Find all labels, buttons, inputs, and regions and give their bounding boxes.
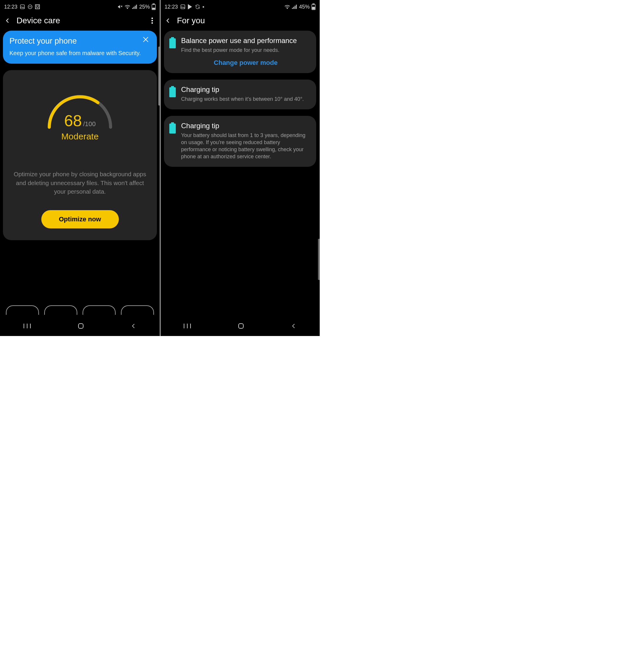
back-button[interactable] xyxy=(164,17,172,24)
scrollbar[interactable] xyxy=(318,239,320,280)
svg-rect-28 xyxy=(296,5,297,9)
dot-icon xyxy=(203,6,204,8)
svg-rect-7 xyxy=(133,7,134,9)
nav-bar xyxy=(160,316,320,336)
score-value: 68 xyxy=(64,111,82,130)
u-icon: U xyxy=(35,4,40,9)
home-button[interactable] xyxy=(77,323,84,329)
screen-device-care: 12:23 U 25% Device care Protect your pho… xyxy=(0,0,160,336)
app-header: Device care xyxy=(0,12,160,31)
wifi-icon xyxy=(284,4,290,9)
app-header: For you xyxy=(160,12,320,31)
score-max: /100 xyxy=(83,120,96,128)
battery-icon xyxy=(151,3,156,10)
svg-rect-27 xyxy=(295,5,295,9)
svg-point-14 xyxy=(151,20,153,21)
svg-point-13 xyxy=(151,18,153,19)
page-title: For you xyxy=(177,16,316,25)
tab-battery[interactable] xyxy=(6,305,39,315)
svg-rect-11 xyxy=(153,3,155,4)
signal-icon xyxy=(132,4,137,9)
svg-rect-12 xyxy=(152,8,155,9)
status-bar: 12:23 45% xyxy=(160,0,320,12)
tab-memory[interactable] xyxy=(83,305,116,315)
battery-icon xyxy=(311,3,316,10)
nav-back-button[interactable] xyxy=(131,323,136,329)
dnd-icon xyxy=(27,4,33,10)
svg-rect-8 xyxy=(135,5,136,9)
svg-point-15 xyxy=(151,23,153,24)
wifi-icon xyxy=(125,4,130,9)
svg-rect-30 xyxy=(312,3,315,4)
svg-rect-6 xyxy=(132,8,133,9)
tip-title: Charging tip xyxy=(181,122,310,130)
svg-rect-35 xyxy=(238,324,243,328)
tip-card-power-mode[interactable]: Balance power use and performance Find t… xyxy=(164,31,316,73)
status-time: 12:23 xyxy=(4,4,17,10)
svg-rect-9 xyxy=(136,5,137,9)
svg-rect-0 xyxy=(20,5,25,9)
svg-point-5 xyxy=(127,8,128,9)
recents-button[interactable] xyxy=(184,323,191,329)
tip-desc: Your battery should last from 1 to 3 yea… xyxy=(181,132,310,160)
score-description: Optimize your phone by closing backgroun… xyxy=(10,170,150,196)
bottom-tabs xyxy=(0,305,160,315)
tip-desc: Find the best power mode for your needs. xyxy=(181,47,310,54)
battery-tip-icon xyxy=(169,87,176,97)
protect-title: Protect your phone xyxy=(10,36,150,46)
tip-desc: Charging works best when it's between 10… xyxy=(181,95,310,103)
nav-bar xyxy=(0,316,160,336)
back-button[interactable] xyxy=(4,17,11,24)
svg-marker-23 xyxy=(188,4,192,10)
tip-title: Balance power use and performance xyxy=(181,36,310,45)
svg-rect-21 xyxy=(78,324,83,328)
score-label: Moderate xyxy=(10,132,150,141)
tab-security[interactable] xyxy=(121,305,154,315)
tip-card-battery-life[interactable]: Charging tip Your battery should last fr… xyxy=(164,116,316,167)
battery-tip-icon xyxy=(169,38,176,48)
protect-card[interactable]: Protect your phone Keep your phone safe … xyxy=(3,31,157,64)
tab-storage[interactable] xyxy=(44,305,77,315)
svg-rect-22 xyxy=(181,5,185,9)
status-bar: 12:23 U 25% xyxy=(0,0,160,12)
status-battery-pct: 45% xyxy=(299,4,310,10)
status-battery-pct: 25% xyxy=(139,4,150,10)
tip-card-charging-temp[interactable]: Charging tip Charging works best when it… xyxy=(164,79,316,109)
image-icon xyxy=(20,4,25,10)
nav-back-button[interactable] xyxy=(291,323,297,329)
screen-for-you: 12:23 45% For you Balance power use and … xyxy=(160,0,320,336)
tip-title: Charging tip xyxy=(181,86,310,94)
image-icon xyxy=(180,4,186,10)
recents-button[interactable] xyxy=(23,323,31,329)
svg-rect-26 xyxy=(293,7,294,9)
svg-point-24 xyxy=(287,8,288,9)
optimize-button[interactable]: Optimize now xyxy=(41,210,119,228)
svg-rect-31 xyxy=(312,7,315,9)
signal-icon xyxy=(292,4,297,9)
close-icon[interactable] xyxy=(142,36,150,44)
status-time: 12:23 xyxy=(164,4,178,10)
mute-icon xyxy=(117,4,123,10)
svg-rect-25 xyxy=(292,8,293,9)
home-button[interactable] xyxy=(237,323,245,329)
page-title: Device care xyxy=(16,16,143,25)
change-power-mode-link[interactable]: Change power mode xyxy=(181,59,310,66)
battery-tip-icon xyxy=(169,123,176,134)
protect-body: Keep your phone safe from malware with S… xyxy=(10,49,150,57)
score-card: 68 /100 Moderate Optimize your phone by … xyxy=(3,70,157,240)
play-icon xyxy=(188,4,193,10)
more-button[interactable] xyxy=(149,17,156,24)
sync-icon xyxy=(195,4,200,10)
